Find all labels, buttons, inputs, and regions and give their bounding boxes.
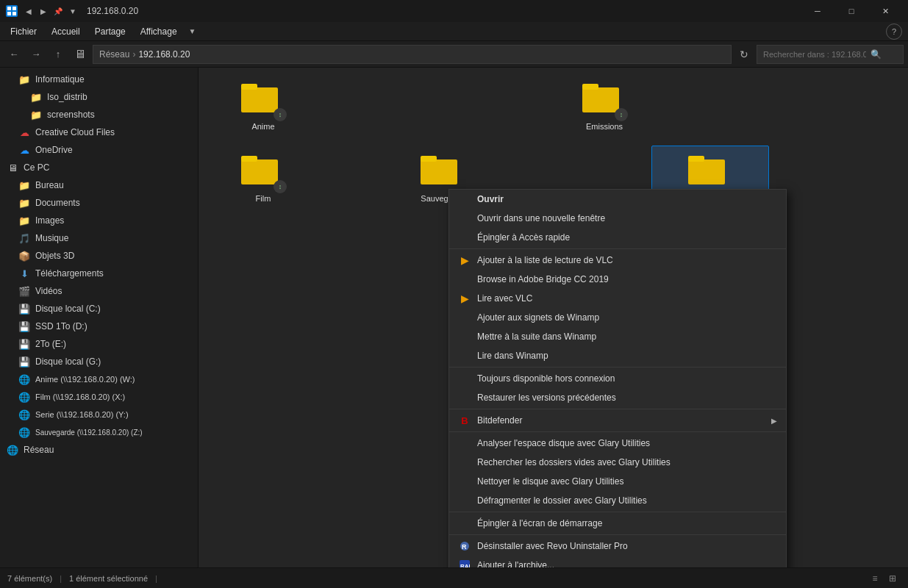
folder-film[interactable]: ↕ Film <box>204 146 322 212</box>
sidebar-label-reseau: Réseau <box>24 445 54 455</box>
svg-rect-12 <box>688 159 725 184</box>
vlc-icon: ▶ <box>458 254 471 267</box>
sidebar-label-iso: Iso_distrib <box>47 92 87 102</box>
sidebar-item-bureau[interactable]: 📁 Bureau <box>0 176 198 194</box>
ctx-ouvrir-nouvelle[interactable]: Ouvrir dans une nouvelle fenêtre <box>449 209 786 228</box>
close-btn[interactable]: ✕ <box>868 0 902 22</box>
sidebar-label-2to-e: 2To (E:) <box>35 339 66 349</box>
sidebar-label-sauvegarde-z: Sauvegarde (\\192.168.0.20) (Z:) <box>35 429 143 437</box>
main-area: 📁 Informatique 📁 Iso_distrib 📁 screensho… <box>0 68 908 567</box>
ctx-nettoyer-glary[interactable]: Nettoyer le disque avec Glary Utilities <box>449 472 786 491</box>
sidebar-item-documents[interactable]: 📁 Documents <box>0 194 198 212</box>
menu-affichage[interactable]: Affichage <box>133 24 185 39</box>
ctx-sep-1 <box>449 248 786 249</box>
sidebar-label-screenshots: screenshots <box>47 110 95 120</box>
ctx-ouvrir[interactable]: Ouvrir <box>449 190 786 209</box>
sidebar-item-iso-distrib[interactable]: 📁 Iso_distrib <box>0 88 198 106</box>
sidebar-item-disque-c[interactable]: 💾 Disque local (C:) <box>0 300 198 318</box>
qa-pin-btn[interactable]: 📌 <box>51 4 65 18</box>
ctx-desinstaller-revo[interactable]: R Désinstaller avec Revo Uninstaller Pro <box>449 537 786 556</box>
folder-emissions[interactable]: ↕ Emissions <box>546 74 663 140</box>
net-drive-w-icon: 🌐 <box>18 373 31 386</box>
menu-accueil[interactable]: Accueil <box>44 24 87 39</box>
search-box: 🔍 <box>757 45 904 64</box>
ctx-restaurer-label: Restaurer les versions précédentes <box>477 392 616 403</box>
sidebar-item-ssd-d[interactable]: 💾 SSD 1To (D:) <box>0 318 198 335</box>
svg-text:R: R <box>462 543 467 551</box>
qa-back-btn[interactable]: ◀ <box>22 4 35 18</box>
sidebar-item-images[interactable]: 📁 Images <box>0 212 198 229</box>
ctx-ajouter-archive[interactable]: RAR Ajouter à l'archive... <box>449 556 786 567</box>
nav-back-btn[interactable]: ← <box>4 45 24 64</box>
view-grid-btn[interactable]: ⊞ <box>884 571 901 586</box>
ctx-winamp-suite[interactable]: Mettre à la suite dans Winamp <box>449 327 786 346</box>
sidebar-item-informatique[interactable]: 📁 Informatique <box>0 71 198 88</box>
sidebar-item-sauvegarde-z[interactable]: 🌐 Sauvegarde (\\192.168.0.20) (Z:) <box>0 423 198 441</box>
sidebar-item-reseau[interactable]: 🌐 Réseau <box>0 441 198 459</box>
svg-rect-1 <box>12 7 16 10</box>
svg-rect-2 <box>7 12 11 15</box>
nav-up-btn[interactable]: ↑ <box>49 45 68 64</box>
ctx-toujours-dispo[interactable]: Toujours disponible hors connexion <box>449 369 786 388</box>
minimize-btn[interactable]: ─ <box>801 0 834 22</box>
drive-d-icon: 💾 <box>18 320 31 333</box>
address-path[interactable]: Réseau › 192.168.0.20 <box>93 45 732 64</box>
sidebar-item-screenshots[interactable]: 📁 screenshots <box>0 106 198 123</box>
ctx-restaurer[interactable]: Restaurer les versions précédentes <box>449 388 786 407</box>
qa-dropdown-btn[interactable]: ▼ <box>66 4 79 18</box>
folder-anime[interactable]: ↕ Anime <box>204 74 322 140</box>
ctx-winamp-signets[interactable]: Ajouter aux signets de Winamp <box>449 308 786 327</box>
sidebar-item-videos[interactable]: 🎬 Vidéos <box>0 282 198 300</box>
sidebar-item-musique[interactable]: 🎵 Musique <box>0 229 198 247</box>
ctx-desinstaller-revo-label: Désinstaller avec Revo Uninstaller Pro <box>477 541 628 551</box>
folder-doc-icon: 📁 <box>18 196 31 209</box>
sidebar-label-film-x: Film (\\192.168.0.20) (X:) <box>35 392 125 401</box>
help-button[interactable]: ? <box>886 24 902 40</box>
menu-fichier[interactable]: Fichier <box>3 24 44 39</box>
ctx-defragmenter-glary[interactable]: Défragmenter le dossier avec Glary Utili… <box>449 491 786 510</box>
svg-rect-6 <box>582 87 619 112</box>
status-sep-1: | <box>60 574 62 583</box>
ctx-vlc-ajouter[interactable]: ▶ Ajouter à la liste de lecture de VLC <box>449 251 786 270</box>
folder-sauvegarde-docs-icon <box>688 154 732 191</box>
ctx-bitdefender[interactable]: B Bitdefender ▶ <box>449 411 786 430</box>
sidebar-item-disque-g[interactable]: 💾 Disque local (G:) <box>0 353 198 370</box>
sidebar-item-creative-cloud[interactable]: ☁ Creative Cloud Files <box>0 123 198 141</box>
menu-partage[interactable]: Partage <box>87 24 133 39</box>
refresh-btn[interactable]: ↻ <box>734 45 754 64</box>
search-input[interactable] <box>763 50 866 59</box>
ctx-analyser-glary[interactable]: Analyser l'espace disque avec Glary Util… <box>449 434 786 453</box>
sidebar-item-anime-w[interactable]: 🌐 Anime (\\192.168.0.20) (W:) <box>0 370 198 388</box>
ctx-epingler-demarrage[interactable]: Épingler à l'écran de démarrage <box>449 514 786 533</box>
svg-text:RAR: RAR <box>460 563 470 567</box>
menu-chevron[interactable]: ▼ <box>185 24 201 40</box>
drive-e-icon: 💾 <box>18 337 31 351</box>
pc-icon-btn[interactable]: 🖥 <box>71 45 90 64</box>
ctx-toujours-dispo-label: Toujours disponible hors connexion <box>477 373 615 384</box>
ctx-ajouter-archive-label: Ajouter à l'archive... <box>477 560 554 567</box>
sidebar-item-objets3d[interactable]: 📦 Objets 3D <box>0 247 198 265</box>
sidebar-item-film-x[interactable]: 🌐 Film (\\192.168.0.20) (X:) <box>0 388 198 406</box>
ctx-adobe-bridge[interactable]: Browse in Adobe Bridge CC 2019 <box>449 270 786 289</box>
sidebar-item-telechargements[interactable]: ⬇ Téléchargements <box>0 265 198 282</box>
view-list-btn[interactable]: ≡ <box>867 571 883 586</box>
app-icon <box>6 5 18 17</box>
nav-forward-btn[interactable]: → <box>26 45 46 64</box>
ctx-rechercher-glary[interactable]: Rechercher les dossiers vides avec Glary… <box>449 453 786 472</box>
sidebar-label-bureau: Bureau <box>35 180 64 190</box>
pc-icon: 🖥 <box>6 161 19 174</box>
sidebar-item-onedrive[interactable]: ☁ OneDrive <box>0 141 198 159</box>
sidebar-item-serie-y[interactable]: 🌐 Serie (\\192.168.0.20) (Y:) <box>0 406 198 423</box>
ctx-winamp-lire[interactable]: Lire dans Winamp <box>449 346 786 365</box>
sidebar-label-cc: Creative Cloud Files <box>35 127 115 137</box>
sidebar-item-ce-pc[interactable]: 🖥 Ce PC <box>0 159 198 176</box>
sidebar-item-2to-e[interactable]: 💾 2To (E:) <box>0 335 198 353</box>
window-controls: ─ □ ✕ <box>801 0 902 22</box>
statusbar: 7 élément(s) | 1 élément sélectionné | ≡… <box>0 567 908 588</box>
maximize-btn[interactable]: □ <box>834 0 868 22</box>
ctx-rechercher-glary-label: Rechercher les dossiers vides avec Glary… <box>477 457 671 467</box>
qa-forward-btn[interactable]: ▶ <box>37 4 50 18</box>
sidebar-label-telechargements: Téléchargements <box>35 268 104 279</box>
ctx-vlc-lire[interactable]: ▶ Lire avec VLC <box>449 289 786 308</box>
ctx-epingler-acces[interactable]: Épingler à Accès rapide <box>449 228 786 247</box>
